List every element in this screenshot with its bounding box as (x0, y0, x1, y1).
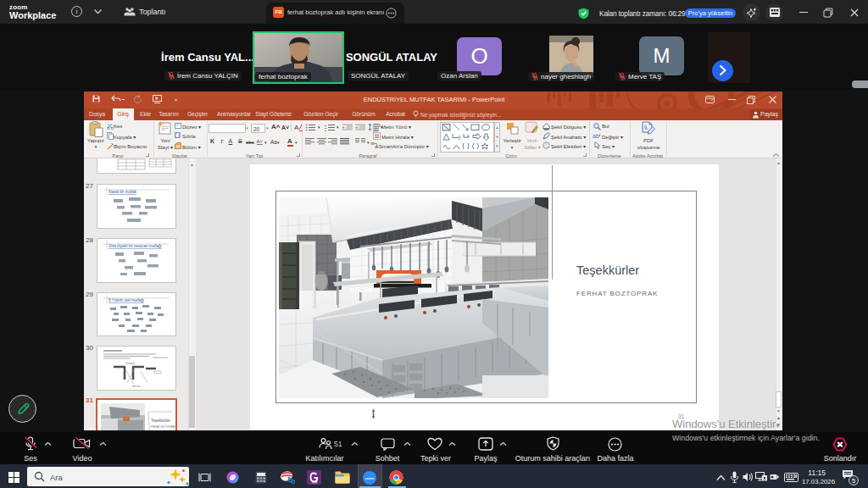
svg-text:zoom: zoom (365, 476, 375, 480)
svg-text:Klasik bir mutfak: Klasik bir mutfak (108, 190, 137, 194)
svg-text:Orta ölçekli bir restoran mutf: Orta ölçekli bir restoran mutfağı (108, 244, 162, 248)
svg-text:PDF: PDF (312, 481, 317, 485)
svg-text:Teşekkürler: Teşekkürler (151, 419, 171, 423)
svg-text:FERHAT BOZTOPRAK: FERHAT BOZTOPRAK (151, 425, 175, 429)
svg-text:A: A (294, 124, 299, 131)
svg-text:ab: ab (593, 133, 599, 139)
svg-text:5 Yıldızlı otel mutfağı: 5 Yıldızlı otel mutfağı (108, 298, 144, 302)
svg-text:Servis: Servis (132, 385, 141, 388)
svg-text:Yemek...: Yemek... (125, 362, 137, 365)
